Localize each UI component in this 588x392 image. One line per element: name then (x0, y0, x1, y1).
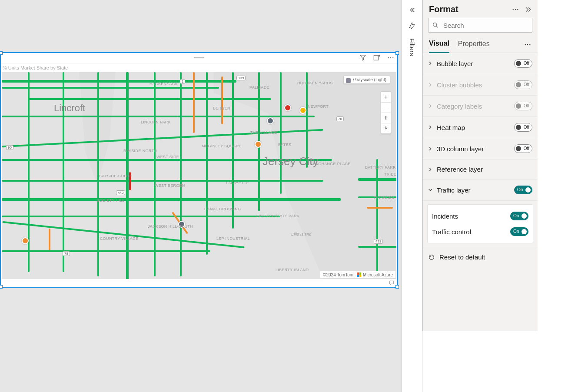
route-shield: 78 (63, 251, 70, 256)
filters-label[interactable]: Filters (409, 38, 416, 56)
search-icon (432, 22, 439, 29)
collapse-left-icon[interactable] (408, 6, 416, 14)
svg-point-1 (388, 57, 389, 58)
svg-point-6 (513, 9, 514, 10)
attribution-azure: Microsoft Azure (363, 272, 393, 277)
report-canvas: % Units Market Share by State (0, 0, 402, 392)
zoom-in-button[interactable]: + (381, 92, 391, 102)
incident-marker[interactable] (267, 117, 274, 124)
area-label: LAFAYETTE (226, 181, 249, 185)
reset-label: Reset to default (439, 253, 485, 261)
svg-point-2 (390, 57, 391, 58)
visual-title: % Units Market Share by State (3, 65, 68, 70)
more-options-icon[interactable] (512, 6, 519, 13)
incident-marker[interactable] (255, 141, 262, 148)
expand-right-icon[interactable] (525, 6, 532, 13)
bookmark-icon[interactable] (408, 22, 416, 30)
toggle-heat[interactable]: Off (514, 123, 532, 132)
zoom-out-button[interactable]: − (381, 102, 391, 113)
sub-label: Incidents (432, 213, 458, 220)
map-style-badge[interactable]: Grayscale (Light) (343, 76, 390, 84)
layer-bubble[interactable]: Bubble layer Off (423, 53, 538, 74)
svg-point-7 (515, 9, 516, 10)
microsoft-logo-icon (357, 272, 361, 277)
tab-properties[interactable]: Properties (458, 37, 490, 52)
area-label: HOBOKEN YARDS (297, 81, 333, 85)
area-label: THE VILLAGE (250, 130, 277, 135)
layer-heat[interactable]: Heat map Off (423, 117, 538, 138)
chevron-right-icon (427, 82, 433, 88)
reset-to-default-button[interactable]: Reset to default (423, 247, 538, 267)
map-zoom-control: + − (381, 91, 391, 134)
svg-point-12 (529, 44, 530, 45)
route-shield: 78 (336, 116, 344, 121)
route-shield: 440 (116, 190, 125, 195)
city-label-lincroft: Lincroft (54, 103, 85, 114)
area-label: WEST BERGEN (155, 183, 185, 188)
toggle-3d-column[interactable]: Off (514, 144, 532, 153)
layer-cluster: Cluster bubbles Off (423, 74, 538, 96)
area-label: JACKSON HILL-SOUTH (148, 224, 193, 229)
resize-handle-tl[interactable] (0, 51, 3, 55)
focus-mode-icon[interactable] (373, 54, 381, 62)
area-label: EXCHANGE PLACE (313, 162, 351, 166)
area-label: TRIBECA (384, 172, 396, 176)
layer-3d-column[interactable]: 3D column layer Off (423, 138, 538, 159)
area-label: LINCOLN PARK (141, 120, 171, 124)
toggle-traffic[interactable]: On (514, 186, 532, 194)
tab-visual[interactable]: Visual (429, 37, 449, 53)
svg-point-3 (392, 57, 393, 58)
pitch-button[interactable] (381, 113, 391, 123)
panel-whitespace (422, 331, 538, 392)
traffic-sub-section: Incidents On Traffic control On (427, 204, 533, 243)
chevron-right-icon (427, 166, 433, 173)
area-label: BERGEN (213, 106, 230, 110)
area-label: PALISADE (249, 85, 269, 90)
toggle-traffic-control[interactable]: On (510, 227, 528, 236)
format-panel-header: Format (423, 0, 538, 18)
layer-traffic[interactable]: Traffic layer On (423, 179, 538, 201)
layer-label: Category labels (437, 103, 482, 110)
layer-label: Traffic layer (437, 186, 471, 194)
reset-icon (428, 254, 435, 261)
map-visual-container[interactable]: % Units Market Share by State (0, 52, 398, 288)
filter-icon[interactable] (359, 54, 367, 62)
area-label: BATTERY PARK CITY (365, 165, 396, 169)
compass-button[interactable] (381, 123, 391, 133)
toggle-category: Off (514, 102, 532, 110)
incident-marker[interactable] (22, 237, 29, 244)
area-label: LIBERTY ISLAND (276, 268, 309, 272)
area-label: LIBERTY STATE PARK (256, 214, 299, 218)
layer-label: 3D column layer (437, 145, 484, 153)
svg-rect-0 (374, 56, 379, 60)
attribution-tomtom: ©2024 TomTom (323, 272, 353, 277)
azure-map[interactable]: Jersey City Lincroft HACKENSACK PALISADE… (2, 72, 396, 279)
area-label: HACKENSACK (149, 82, 178, 86)
layer-label: Reference layer (437, 166, 483, 173)
area-label: MCGINLEY SQUARE (202, 144, 242, 148)
comment-icon[interactable] (389, 280, 395, 286)
layer-reference[interactable]: Reference layer (423, 159, 538, 179)
visual-drag-bar[interactable] (1, 53, 397, 63)
sub-label: Traffic control (432, 228, 471, 236)
area-label: BAYSIDE-NORTH (123, 149, 157, 153)
toggle-incidents[interactable]: On (510, 212, 528, 220)
incident-marker[interactable] (284, 104, 291, 111)
route-shield: 1 (180, 79, 185, 84)
format-panel: Format Visual Properties Bubble layer Of… (422, 0, 538, 331)
layer-label: Bubble layer (437, 60, 473, 67)
more-options-icon[interactable] (387, 54, 395, 62)
area-label: WEST SIDE (156, 155, 179, 159)
svg-point-8 (517, 9, 518, 10)
search-input[interactable] (428, 18, 532, 33)
more-options-icon[interactable] (524, 41, 532, 49)
area-label: BAYSIDE-SOUTH (99, 174, 133, 178)
visual-header-icons (359, 54, 395, 62)
grip-icon (194, 57, 204, 59)
resize-handle-br[interactable] (395, 285, 399, 289)
resize-handle-tr[interactable] (395, 51, 399, 55)
toggle-bubble[interactable]: Off (514, 59, 532, 68)
layer-label: Heat map (437, 124, 465, 131)
resize-handle-bl[interactable] (0, 285, 3, 289)
incident-marker[interactable] (299, 107, 306, 114)
